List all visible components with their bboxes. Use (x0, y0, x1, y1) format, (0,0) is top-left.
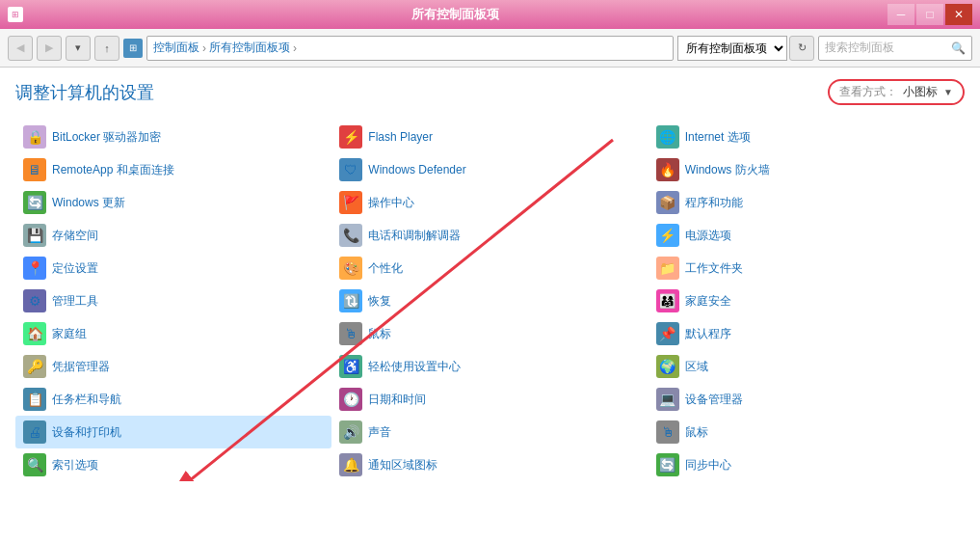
up-button[interactable]: ↑ (94, 36, 119, 61)
item-sound[interactable]: 🔊声音 (331, 416, 648, 448)
datetime-label: 日期和时间 (368, 392, 426, 408)
view-mode-button[interactable]: 查看方式： 小图标 ▼ (828, 79, 965, 105)
mouse-label: 鼠标 (685, 424, 708, 441)
item-device[interactable]: 🖨设备和打印机 (15, 416, 331, 448)
remoteapp-label: RemoteApp 和桌面连接 (52, 162, 174, 178)
view-mode-arrow-icon: ▼ (943, 87, 953, 97)
item-mouse2[interactable]: 🖱鼠标 (331, 317, 648, 350)
minimize-button[interactable]: ─ (887, 4, 914, 25)
item-firewall[interactable]: 🔥Windows 防火墙 (649, 153, 965, 186)
item-personal[interactable]: 🎨个性化 (331, 252, 648, 285)
sound-icon: 🔊 (339, 420, 362, 444)
item-storage[interactable]: 💾存储空间 (15, 219, 331, 252)
item-task[interactable]: 📋任务栏和导航 (15, 383, 331, 416)
down-button[interactable]: ▾ (66, 36, 91, 61)
refresh-button[interactable]: ↻ (789, 36, 814, 61)
path-controlpanel[interactable]: 控制面板 (153, 40, 199, 56)
family-icon: 👨‍👩‍👧 (656, 289, 679, 312)
content-area: 调整计算机的设置 查看方式： 小图标 ▼ 🔒BitLocker 驱动器加密⚡Fl… (0, 68, 980, 542)
page-header: 调整计算机的设置 查看方式： 小图标 ▼ (15, 79, 965, 105)
forward-button[interactable]: ▶ (37, 36, 62, 61)
power-label: 电源选项 (685, 228, 731, 244)
sound-label: 声音 (368, 424, 391, 441)
item-sync[interactable]: 🔄同步中心 (649, 448, 965, 481)
restore-button[interactable]: □ (916, 4, 943, 25)
item-index[interactable]: 🔍索引选项 (15, 448, 331, 481)
flash-label: Flash Player (368, 130, 433, 144)
credential-label: 凭据管理器 (52, 359, 110, 375)
search-icon[interactable]: 🔍 (951, 41, 966, 55)
item-action[interactable]: 🚩操作中心 (331, 186, 648, 219)
items-grid-container: 🔒BitLocker 驱动器加密⚡Flash Player🌐Internet 选… (15, 121, 965, 481)
item-credential[interactable]: 🔑凭据管理器 (15, 350, 331, 383)
item-mouse[interactable]: 🖱鼠标 (649, 416, 965, 448)
view-mode-value: 小图标 (903, 84, 938, 100)
ease-label: 轻松使用设置中心 (368, 359, 461, 375)
item-folder[interactable]: 📁工作文件夹 (649, 252, 965, 285)
folder-icon: 📁 (656, 257, 679, 280)
item-homegroup[interactable]: 🏠家庭组 (15, 317, 331, 350)
default-icon: 📌 (656, 322, 679, 345)
close-button[interactable]: ✕ (945, 4, 972, 25)
folder-label: 工作文件夹 (685, 260, 743, 277)
item-region[interactable]: 🌍区域 (649, 350, 965, 383)
notify-label: 通知区域图标 (368, 457, 437, 474)
location-icon: 📍 (23, 257, 46, 280)
ease-icon: ♿ (339, 355, 362, 378)
sync-label: 同步中心 (685, 457, 731, 474)
title-bar: ⊞ 所有控制面板项 ─ □ ✕ (0, 0, 980, 29)
address-path[interactable]: 控制面板 › 所有控制面板项 › (146, 36, 674, 61)
credential-icon: 🔑 (23, 355, 46, 378)
item-winupdate[interactable]: 🔄Windows 更新 (15, 186, 331, 219)
items-grid: 🔒BitLocker 驱动器加密⚡Flash Player🌐Internet 选… (15, 121, 965, 481)
family-label: 家庭安全 (685, 293, 731, 310)
item-family[interactable]: 👨‍👩‍👧家庭安全 (649, 285, 965, 317)
device-label: 设备和打印机 (52, 424, 121, 441)
view-mode-label: 查看方式： (839, 84, 897, 100)
item-remoteapp[interactable]: 🖥RemoteApp 和桌面连接 (15, 153, 331, 186)
search-placeholder: 搜索控制面板 (825, 40, 951, 56)
remoteapp-icon: 🖥 (23, 158, 46, 181)
back-button[interactable]: ◀ (8, 36, 33, 61)
device-mgr-icon: 💻 (656, 388, 679, 411)
item-internet[interactable]: 🌐Internet 选项 (649, 121, 965, 153)
recovery-icon: 🔃 (339, 289, 362, 312)
defender-icon: 🛡 (339, 158, 362, 181)
program-icon: 📦 (656, 191, 679, 214)
item-device-mgr[interactable]: 💻设备管理器 (649, 383, 965, 416)
item-program[interactable]: 📦程序和功能 (649, 186, 965, 219)
item-ease[interactable]: ♿轻松使用设置中心 (331, 350, 648, 383)
manage-icon: ⚙ (23, 289, 46, 312)
item-phone[interactable]: 📞电话和调制解调器 (331, 219, 648, 252)
item-flash[interactable]: ⚡Flash Player (331, 121, 648, 153)
item-manage[interactable]: ⚙管理工具 (15, 285, 331, 317)
internet-icon: 🌐 (656, 125, 679, 149)
location-label: 定位设置 (52, 260, 98, 277)
item-power[interactable]: ⚡电源选项 (649, 219, 965, 252)
index-label: 索引选项 (52, 457, 98, 474)
page-title: 调整计算机的设置 (15, 81, 154, 104)
default-label: 默认程序 (685, 326, 731, 342)
item-datetime[interactable]: 🕐日期和时间 (331, 383, 648, 416)
device-icon: 🖨 (23, 420, 46, 444)
homegroup-icon: 🏠 (23, 322, 46, 345)
datetime-icon: 🕐 (339, 388, 362, 411)
search-box[interactable]: 搜索控制面板 🔍 (818, 36, 972, 61)
path-all-items[interactable]: 所有控制面板项 (209, 40, 290, 56)
item-default[interactable]: 📌默认程序 (649, 317, 965, 350)
item-bitlocker[interactable]: 🔒BitLocker 驱动器加密 (15, 121, 331, 153)
defender-label: Windows Defender (368, 163, 465, 176)
task-icon: 📋 (23, 388, 46, 411)
path-dropdown[interactable]: 所有控制面板项 (677, 36, 787, 61)
item-notify[interactable]: 🔔通知区域图标 (331, 448, 648, 481)
item-defender[interactable]: 🛡Windows Defender (331, 153, 648, 186)
firewall-label: Windows 防火墙 (685, 162, 770, 178)
item-recovery[interactable]: 🔃恢复 (331, 285, 648, 317)
personal-icon: 🎨 (339, 257, 362, 280)
storage-label: 存储空间 (52, 228, 98, 244)
window-title: 所有控制面板项 (23, 6, 887, 23)
internet-label: Internet 选项 (685, 129, 751, 146)
bitlocker-icon: 🔒 (23, 125, 46, 149)
item-location[interactable]: 📍定位设置 (15, 252, 331, 285)
recovery-label: 恢复 (368, 293, 391, 310)
